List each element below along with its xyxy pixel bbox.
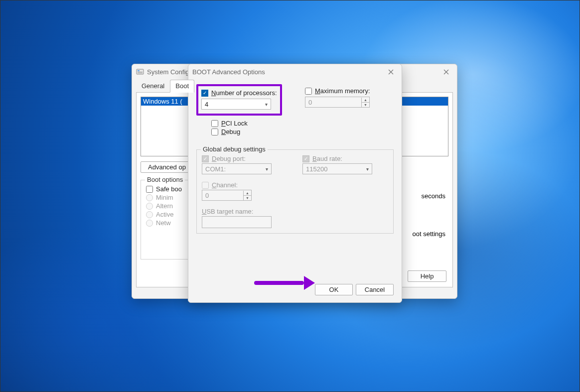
ok-button[interactable]: OK xyxy=(315,284,353,295)
check-disabled-icon: ✓ xyxy=(302,155,309,162)
debug-port-combo: COM1:▾ xyxy=(202,163,272,174)
desktop-wallpaper: System Configuration General Boot Window… xyxy=(0,0,580,392)
tab-general[interactable]: General xyxy=(136,80,170,93)
titlebar-advanced: BOOT Advanced Options xyxy=(188,64,402,79)
check-disabled-icon: ✓ xyxy=(202,155,209,162)
make-permanent-fragment: oot settings xyxy=(413,230,446,238)
chevron-down-icon: ▾ xyxy=(265,102,268,107)
number-of-processors-checkbox[interactable]: ✓ Number of processors: xyxy=(201,89,277,97)
boot-options-legend: Boot options xyxy=(145,176,185,183)
svg-rect-3 xyxy=(138,73,143,73)
maximum-memory-spinner: 0 ▲▼ xyxy=(305,97,370,108)
global-debug-legend: Global debug settings xyxy=(201,145,268,153)
close-button-dialog[interactable] xyxy=(384,65,398,79)
chevron-down-icon: ▾ xyxy=(266,166,268,172)
spinner-buttons-icon: ▲▼ xyxy=(361,98,369,107)
tab-boot[interactable]: Boot xyxy=(170,80,194,93)
baud-rate-checkbox: ✓ Baud rate: xyxy=(302,155,388,162)
debug-checkbox[interactable]: Debug xyxy=(211,128,394,135)
debug-port-checkbox: ✓ Debug port: xyxy=(202,155,288,162)
chevron-down-icon: ▾ xyxy=(366,166,369,172)
channel-checkbox: Channel: xyxy=(202,181,288,189)
spinner-buttons-icon: ▲▼ xyxy=(243,191,251,200)
svg-rect-2 xyxy=(138,72,143,72)
advanced-options-button[interactable]: Advanced op xyxy=(141,161,193,173)
baud-rate-combo: 115200▾ xyxy=(302,163,372,174)
pci-lock-checkbox[interactable]: PCI Lock xyxy=(211,120,394,127)
channel-spinner: 0 ▲▼ xyxy=(202,190,252,201)
number-of-processors-combo[interactable]: 4 ▾ xyxy=(201,99,271,110)
maximum-memory-checkbox[interactable]: Maximum memory: xyxy=(305,87,394,95)
highlight-annotation: ✓ Number of processors: 4 ▾ xyxy=(196,84,282,116)
boot-advanced-options-dialog: BOOT Advanced Options ✓ Number of proces… xyxy=(188,64,402,303)
cancel-button[interactable]: Cancel xyxy=(356,284,394,295)
help-button[interactable]: Help xyxy=(408,270,446,282)
global-debug-settings-group: Global debug settings ✓ Debug port: COM1… xyxy=(196,149,394,234)
checkmark-icon: ✓ xyxy=(201,90,208,97)
msconfig-icon xyxy=(136,68,144,76)
dialog-title: BOOT Advanced Options xyxy=(192,68,265,76)
usb-target-input xyxy=(202,216,272,228)
close-button-parent[interactable] xyxy=(439,65,453,79)
svg-rect-1 xyxy=(138,70,140,71)
timeout-seconds-label: seconds xyxy=(422,192,445,200)
usb-target-label: USB target name: xyxy=(202,208,288,215)
